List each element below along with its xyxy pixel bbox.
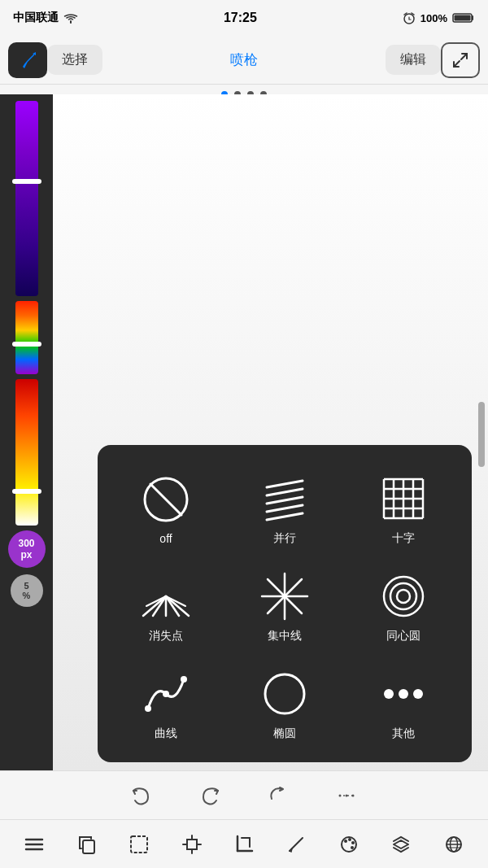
svg-point-49	[346, 794, 348, 796]
grid-item-other[interactable]: 其他	[348, 660, 459, 749]
brush-icon	[16, 49, 39, 72]
off-icon	[140, 473, 192, 526]
undo-redo-bar	[0, 770, 488, 819]
pen-button[interactable]	[278, 827, 314, 862]
hue-color-strip[interactable]	[15, 301, 38, 374]
svg-line-9	[267, 497, 303, 504]
battery-text: 100%	[420, 12, 447, 24]
off-label: off	[159, 532, 172, 545]
selection-icon	[129, 834, 150, 855]
svg-point-44	[384, 689, 394, 699]
svg-line-10	[267, 505, 303, 512]
layers-icon	[390, 834, 412, 855]
grid-item-vanish[interactable]: 消失点	[111, 562, 221, 652]
svg-point-66	[344, 840, 347, 843]
opacity-control[interactable]: 5 %	[11, 574, 43, 607]
transform-button[interactable]	[174, 827, 210, 862]
concentric-icon	[377, 570, 429, 622]
right-scrollbar[interactable]	[478, 402, 485, 467]
edit-label: 编辑	[400, 52, 426, 66]
redo-icon	[198, 784, 221, 807]
grid-item-curve[interactable]: 曲线	[111, 660, 221, 749]
svg-point-67	[348, 838, 351, 841]
svg-point-46	[413, 689, 423, 699]
svg-point-42	[181, 676, 187, 683]
grid-item-parallel[interactable]: 并行	[229, 465, 340, 554]
svg-point-40	[145, 705, 151, 712]
brush-button[interactable]	[8, 42, 47, 78]
vanish-icon	[140, 570, 192, 622]
palette-icon	[338, 834, 359, 855]
transform-icon	[181, 834, 203, 855]
curve-label: 曲线	[155, 726, 177, 741]
pen-icon	[285, 834, 307, 855]
svg-line-36	[268, 596, 285, 613]
left-sidebar: 300 px 5 %	[0, 94, 53, 770]
palette-button[interactable]	[331, 827, 367, 862]
status-left: 中国联通	[13, 11, 78, 25]
bottom-toolbar	[0, 819, 488, 868]
alarm-icon	[403, 11, 416, 24]
layers-button[interactable]	[383, 827, 419, 862]
grid-item-ellipse[interactable]: 椭圆	[229, 660, 340, 749]
edit-button[interactable]: 编辑	[386, 45, 441, 75]
purple-strip-slider[interactable]	[12, 179, 41, 184]
parallel-label: 并行	[273, 531, 296, 546]
purple-color-strip[interactable]	[15, 101, 38, 296]
grid-item-concentric[interactable]: 同心圆	[348, 562, 459, 652]
svg-point-37	[397, 590, 410, 603]
globe-button[interactable]	[436, 827, 472, 862]
grid-item-off[interactable]: off	[111, 465, 221, 554]
svg-line-6	[150, 484, 181, 515]
svg-point-45	[399, 689, 408, 699]
undo-icon	[130, 784, 153, 807]
concentric-label: 同心圆	[386, 629, 420, 643]
opacity-unit: %	[23, 591, 31, 600]
redo-button[interactable]	[192, 778, 228, 813]
svg-point-43	[265, 674, 304, 713]
svg-rect-2	[454, 15, 470, 21]
size-unit: px	[20, 549, 32, 560]
undo-button[interactable]	[124, 778, 159, 813]
svg-line-7	[267, 481, 303, 487]
hue-strip-slider[interactable]	[12, 342, 41, 347]
opacity-value: 5	[24, 581, 28, 591]
toolbar-title: 喷枪	[102, 50, 386, 69]
svg-point-69	[351, 846, 354, 849]
cross-label: 十字	[392, 531, 415, 546]
size-value: 300	[18, 538, 34, 549]
expand-button[interactable]	[441, 42, 480, 78]
status-time: 17:25	[224, 11, 257, 25]
carrier-text: 中国联通	[13, 11, 59, 25]
grid-item-cross[interactable]: 十字	[348, 465, 459, 554]
copy-icon	[76, 834, 98, 855]
svg-line-33	[268, 579, 285, 596]
svg-point-41	[163, 691, 169, 697]
curve-icon	[140, 668, 192, 720]
status-right: 100%	[403, 11, 475, 24]
ellipse-icon	[259, 668, 311, 720]
svg-line-11	[267, 513, 303, 520]
copy-button[interactable]	[69, 827, 105, 862]
battery-icon	[452, 12, 475, 24]
size-control[interactable]: 300 px	[8, 530, 46, 568]
crop-button[interactable]	[226, 827, 262, 862]
select-button[interactable]: 选择	[47, 45, 102, 75]
center-icon	[259, 570, 311, 622]
rotate-button[interactable]	[260, 778, 296, 813]
ellipse-label: 椭圆	[273, 726, 296, 741]
svg-point-68	[351, 841, 355, 844]
svg-point-38	[390, 583, 416, 609]
dots-button[interactable]	[329, 778, 364, 813]
menu-button[interactable]	[16, 827, 52, 862]
svg-rect-54	[83, 840, 94, 853]
other-label: 其他	[392, 726, 415, 741]
brightness-color-strip[interactable]	[15, 379, 38, 526]
brightness-strip-slider[interactable]	[12, 489, 41, 494]
crop-icon	[233, 834, 255, 855]
svg-rect-56	[187, 840, 197, 849]
select-label: 选择	[62, 52, 88, 66]
selection-button[interactable]	[121, 827, 157, 862]
grid-item-center[interactable]: 集中线	[229, 562, 340, 652]
globe-icon	[443, 834, 464, 855]
